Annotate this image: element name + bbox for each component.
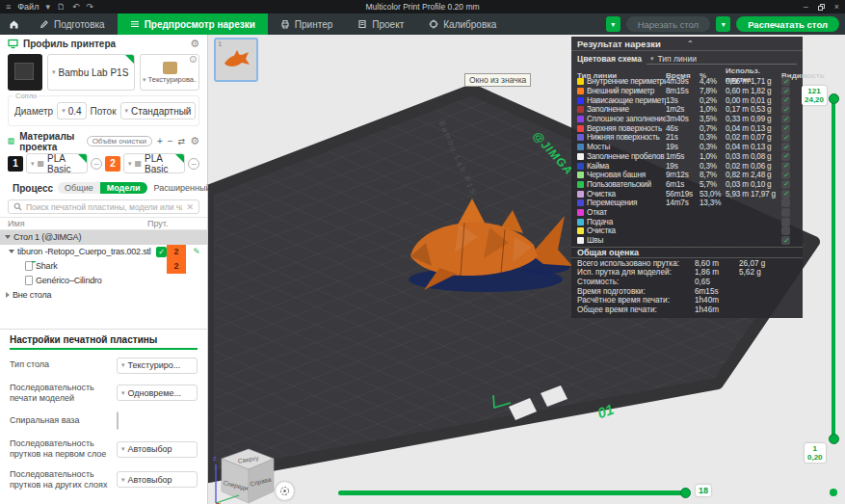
other-layers-seq-select[interactable]: ▾Автовыбор [117,471,198,488]
visibility-checkbox[interactable]: ✓ [781,105,790,114]
new-file-icon[interactable]: 🗋 [57,0,66,13]
chevron-expanded-icon[interactable] [9,250,14,253]
sync-filament-icon[interactable]: ⇄ [178,137,186,146]
chevron-collapsed-icon[interactable] [6,292,10,298]
tree-row-part-shark[interactable]: Shark 2 [0,259,207,274]
visibility-checkbox[interactable]: ✓ [781,152,790,161]
extruder-badge[interactable]: 2 [167,259,186,274]
orbit-mode-button[interactable] [276,482,294,500]
printer-settings-gear-icon[interactable]: ⚙ [190,39,199,49]
file-menu[interactable]: Файл [17,2,39,12]
print-plate-button[interactable]: Распечатать стол [736,16,839,32]
object-visible-checkbox[interactable]: ✓ [156,247,167,257]
estimate-row: Исп. прутка для моделей:1,86 m5,62 g [571,268,803,278]
visibility-checkbox[interactable]: ✓ [781,115,790,123]
visibility-checkbox[interactable] [781,208,790,217]
line-type-row: Очистка56m19s53,0%5,93 m 17,97 g✓ [571,189,803,199]
printer-select[interactable]: ▾Bambu Lab P1S [47,54,135,91]
minimize-button[interactable]: – [804,0,808,13]
layer-slider-top-handle[interactable] [829,93,839,104]
tree-row-plate[interactable]: Стол 1 (@JIMGA) [0,230,207,245]
process-tab-objects[interactable]: Модели [100,182,147,194]
tab-prepare[interactable]: Подготовка [27,13,118,35]
filament-2-select[interactable]: ▾▦PLA Basic [123,153,185,173]
main-tabbar: Подготовка Предпросмотр нарезки Принтер … [0,13,845,35]
edit-object-icon[interactable]: ✎ [186,247,207,256]
clear-search-icon[interactable]: ✕ [186,202,194,212]
tree-row-offplate[interactable]: Вне стола [0,288,207,303]
estimate-row: Всего использовано прутка:8,60 m26,07 g [571,258,803,268]
filament-1-select[interactable]: ▾▦PLA Basic [26,153,88,173]
remove-filament-icon[interactable]: − [168,136,173,146]
line-type-row: Очистка [571,226,803,236]
visibility-checkbox[interactable]: ✓ [781,190,790,199]
restore-button[interactable] [818,4,825,11]
slice-plate-button[interactable]: Нарезать стол [626,16,711,32]
viewport-3d[interactable]: Bambu Lab P1S @JIMGA 01 1 [208,35,845,504]
visibility-checkbox[interactable]: ✓ [781,171,790,179]
navigation-cube[interactable]: Сверху Спереди Справа z x [210,443,281,504]
line-type-label: Перемещения [587,199,637,207]
tree-row-object[interactable]: tiburon -Retopo_Cuerpo_tras.002.stl ✓ 2 … [0,245,207,259]
step-slider-track[interactable] [338,491,689,495]
visibility-checkbox[interactable]: ✓ [781,124,790,133]
visibility-checkbox[interactable]: ✓ [781,236,790,245]
layer-slider-track[interactable] [832,94,835,439]
chevron-down-icon[interactable]: ▾ [45,0,50,13]
visibility-checkbox[interactable]: ✓ [781,162,790,171]
visibility-checkbox[interactable]: ✓ [781,180,790,189]
filament-settings-gear-icon[interactable]: ⚙ [190,136,199,146]
shark-model[interactable] [401,195,579,296]
spiral-vase-checkbox[interactable] [117,411,119,430]
printer-image [8,54,42,91]
tab-printer[interactable]: Принтер [268,13,345,35]
tree-row-part-cylinder[interactable]: Genérico–Cilindro [0,274,207,288]
visibility-checkbox[interactable] [781,218,790,226]
estimate-table: Всего использовано прутка:8,60 m26,07 gИ… [571,258,803,314]
first-layer-seq-select[interactable]: ▾Автовыбор [117,441,198,458]
layer-slider-bottom-handle[interactable] [829,434,839,444]
tab-preview[interactable]: Предпросмотр нарезки [118,13,268,35]
slice-dropdown-button[interactable]: ▾ [606,16,621,32]
visibility-checkbox[interactable] [781,226,790,235]
plate-texture-image [163,62,177,74]
line-type-row: Мосты19s0,3%0,04 m 0,13 g✓ [571,143,803,152]
close-button[interactable]: × [834,0,839,13]
visibility-checkbox[interactable]: ✓ [781,77,790,86]
nozzle-diameter-select[interactable]: ▾0.4 [57,102,86,119]
bed-type-select[interactable]: ▾Текстуриро... [117,358,198,374]
search-box: ✕ [8,199,199,215]
tab-project[interactable]: Проект [345,13,416,35]
color-scheme-select[interactable]: ▾Тип линии [647,53,797,65]
undo-icon[interactable]: ↶ [72,0,80,13]
plate-type-select[interactable]: i ▾ Текстурирова... [140,54,199,91]
materials-icon [8,136,14,146]
home-button[interactable] [0,13,27,35]
redo-icon[interactable]: ↷ [86,0,93,13]
add-filament-icon[interactable]: + [157,136,163,146]
delete-filament-1-icon[interactable]: – [91,158,102,170]
extruder-badge[interactable]: 2 [167,245,186,259]
delete-filament-2-icon[interactable]: – [188,158,199,170]
process-tab-global[interactable]: Общие [58,182,100,194]
line-color-swatch [577,116,584,122]
flush-volume-button[interactable]: Объём очистки [87,136,152,146]
print-dropdown-button[interactable]: ▾ [716,16,730,32]
print-sequence-select[interactable]: ▾Одновреме... [117,385,198,401]
y-axis [216,495,239,503]
hamburger-menu-icon[interactable]: ≡ [6,0,11,13]
collapse-panel-icon[interactable]: ⌃ [687,40,694,48]
plate-thumbnail[interactable]: 1 [214,38,258,82]
step-slider-handle[interactable] [680,488,691,498]
visibility-checkbox[interactable]: ✓ [781,96,790,105]
flow-select[interactable]: ▾Стандартный [120,102,197,119]
chevron-expanded-icon[interactable] [5,235,11,239]
visibility-checkbox[interactable]: ✓ [781,87,790,95]
line-type-label: Пользовательский [587,180,651,189]
search-input[interactable] [26,202,182,212]
visibility-checkbox[interactable]: ✓ [781,133,790,142]
slice-result-panel: Результат нарезки ⌃ Цветовая схема ▾Тип … [571,37,803,318]
visibility-checkbox[interactable] [781,199,790,207]
visibility-checkbox[interactable]: ✓ [781,143,790,151]
tab-calibration[interactable]: Калибровка [416,13,509,35]
